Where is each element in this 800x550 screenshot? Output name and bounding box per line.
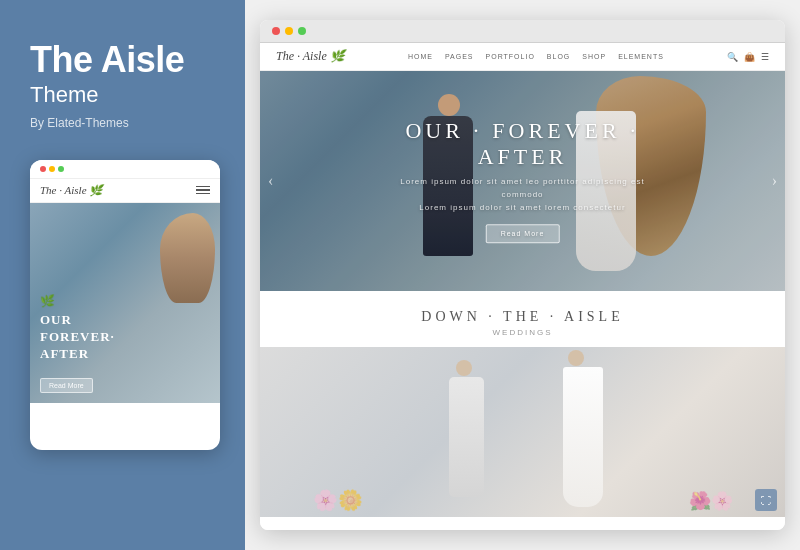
nav-pages[interactable]: PAGES [445,53,474,60]
desktop-mockup: The · Aisle 🌿 HOME PAGES PORTFOLIO BLOG … [260,20,785,530]
desktop-hero-bg: OUR · FOREVER · AFTER Lorem ipsum dolor … [260,71,785,291]
search-icon[interactable]: 🔍 [727,52,738,62]
menu-icon[interactable]: ☰ [761,52,769,62]
flowers-left-decor: 🌸🌼 [313,488,363,512]
nav-blog[interactable]: BLOG [547,53,570,60]
nav-portfolio[interactable]: PORTFOLIO [486,53,535,60]
mobile-hero: 🌿 OUR FOREVER· AFTER Read More [30,203,220,403]
mobile-dots [40,166,64,172]
section-main-title: DOWN · THE · AISLE [260,309,785,325]
desktop-nav-icons: 🔍 👜 ☰ [727,52,769,62]
hero-subtitle: Lorem ipsum dolor sit amet leo porttitor… [391,176,654,214]
mobile-read-more-btn[interactable]: Read More [40,378,93,393]
desktop-hero-text: OUR · FOREVER · AFTER Lorem ipsum dolor … [391,118,654,243]
hero-prev-arrow[interactable]: ‹ [268,172,273,190]
desktop-logo: The · Aisle 🌿 [276,49,345,64]
hero-cta-button[interactable]: Read More [486,225,560,244]
desktop-hero: OUR · FOREVER · AFTER Lorem ipsum dolor … [260,71,785,291]
desktop-dot-yellow [285,27,293,35]
desktop-nav-links: HOME PAGES PORTFOLIO BLOG SHOP ELEMENTS [408,53,664,60]
section-content-row: 🌸🌼 🌺🌸 ⛶ [260,347,785,517]
mobile-dot-green [58,166,64,172]
nav-shop[interactable]: SHOP [582,53,606,60]
couple2-bride-head [568,350,584,366]
desktop-below-hero: DOWN · THE · AISLE Weddings [260,291,785,530]
desktop-nav: The · Aisle 🌿 HOME PAGES PORTFOLIO BLOG … [260,43,785,71]
mobile-logo: The · Aisle 🌿 [40,184,103,197]
wedding-couple-bg: 🌸🌼 🌺🌸 [260,347,785,517]
desktop-dot-red [272,27,280,35]
hamburger-icon[interactable] [196,186,210,195]
mobile-hero-text: 🌿 OUR FOREVER· AFTER [40,294,115,363]
theme-title: The Aisle [30,40,215,80]
section-wedding-image: 🌸🌼 🌺🌸 ⛶ [260,347,785,517]
mobile-dot-red [40,166,46,172]
hero-next-arrow[interactable]: › [772,172,777,190]
nav-elements[interactable]: ELEMENTS [618,53,664,60]
section-title-area: DOWN · THE · AISLE Weddings [260,291,785,347]
couple2-bride [548,347,628,517]
flowers-right-decor: 🌺🌸 [689,490,733,512]
bag-icon[interactable]: 👜 [744,52,755,62]
mobile-dot-yellow [49,166,55,172]
mobile-bride-hair [160,213,215,303]
theme-subtitle: Theme [30,82,215,108]
mobile-title-bar [30,160,220,179]
couple2-groom-body [449,377,484,497]
mobile-hero-bg: 🌿 OUR FOREVER· AFTER Read More [30,203,220,403]
desktop-title-bar [260,20,785,43]
section-sub-label: Weddings [260,328,785,337]
left-panel: The Aisle Theme By Elated-Themes The · A… [0,0,245,550]
hero-main-title: OUR · FOREVER · AFTER [391,118,654,170]
couple2-groom-head [456,360,472,376]
right-panel: The · Aisle 🌿 HOME PAGES PORTFOLIO BLOG … [245,0,800,550]
couple2-bride-body [563,367,603,507]
mobile-nav: The · Aisle 🌿 [30,179,220,203]
couple2-groom [444,357,504,512]
nav-home[interactable]: HOME [408,53,433,60]
mobile-mockup: The · Aisle 🌿 🌿 OUR FOREVER· AFTER [30,160,220,450]
desktop-dot-green [298,27,306,35]
mobile-leaf-icon: 🌿 [40,294,115,309]
expand-icon[interactable]: ⛶ [755,489,777,511]
theme-byline: By Elated-Themes [30,116,215,130]
mobile-hero-title: OUR FOREVER· AFTER [40,312,115,363]
